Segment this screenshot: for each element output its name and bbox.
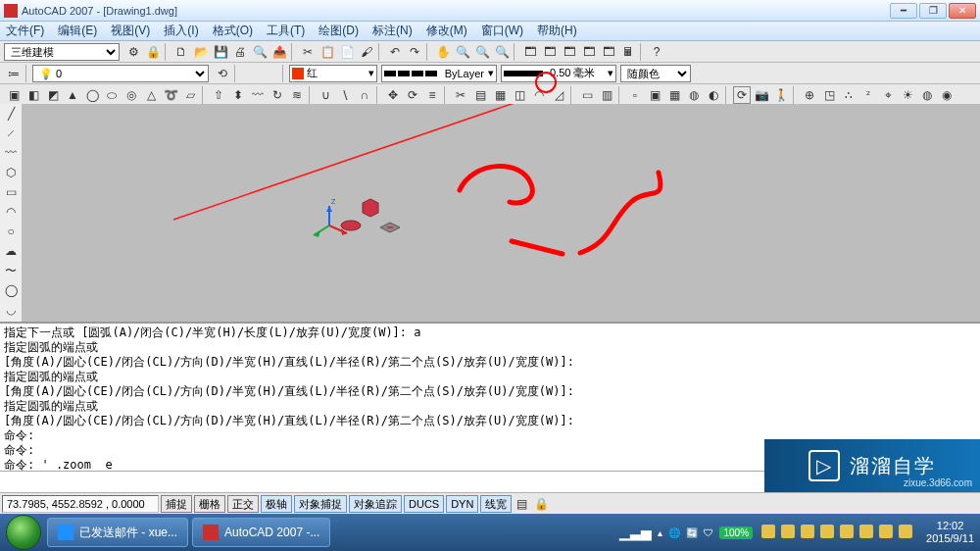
subtract-icon[interactable]: ∖ (336, 86, 354, 104)
polysolid-icon[interactable]: ▣ (5, 86, 23, 104)
sweep-icon[interactable]: 〰 (249, 86, 267, 104)
ucs-face-icon[interactable]: ◳ (820, 86, 838, 104)
render-icon[interactable]: ◉ (938, 86, 956, 104)
tray-shield-icon[interactable]: 🛡 (704, 527, 713, 538)
menu-modify[interactable]: 修改(M) (426, 23, 467, 39)
help-icon[interactable]: ? (648, 43, 665, 61)
workspace-combo[interactable]: 三维建模 (4, 43, 120, 61)
tray-zoom-badge[interactable]: 100% (719, 526, 753, 539)
plot-style-combo[interactable]: 随颜色 (620, 65, 691, 82)
menu-format[interactable]: 格式(O) (213, 23, 253, 39)
design-center-icon[interactable]: 🗔 (541, 43, 559, 61)
box-icon[interactable]: ◧ (24, 86, 42, 104)
copy-icon[interactable]: 📋 (318, 43, 336, 61)
arc-icon[interactable]: ◠ (1, 202, 21, 222)
line-icon[interactable]: ╱ (1, 104, 21, 124)
visual-style-3d-wire-icon[interactable]: ▣ (646, 86, 663, 104)
undo-icon[interactable]: ↶ (386, 43, 404, 61)
flatshot-icon[interactable]: ▭ (578, 86, 596, 104)
slice-icon[interactable]: ✂ (452, 86, 469, 104)
cut-icon[interactable]: ✂ (299, 43, 317, 61)
status-grid-button[interactable]: 栅格 (194, 495, 225, 513)
layer-combo[interactable]: 💡 0 (32, 65, 209, 82)
menu-window[interactable]: 窗口(W) (481, 23, 523, 39)
new-file-icon[interactable]: 🗋 (172, 43, 190, 61)
close-button[interactable]: ✕ (949, 3, 976, 19)
open-file-icon[interactable]: 📂 (192, 43, 210, 61)
menu-tools[interactable]: 工具(T) (267, 23, 305, 39)
visual-style-2d-icon[interactable]: ▫ (626, 86, 644, 104)
workspace-settings-icon[interactable]: ⚙ (124, 43, 142, 61)
3drotate-icon[interactable]: ⟳ (404, 86, 421, 104)
status-model-icon[interactable]: ▤ (513, 495, 530, 513)
system-tray[interactable]: ▁▃▅ ▴ 🌐 🔄 🛡 100% 12:02 2015/9/11 (616, 520, 980, 545)
redo-icon[interactable]: ↷ (406, 43, 423, 61)
workspace-lock-icon[interactable]: 🔒 (144, 43, 162, 61)
status-dyn-button[interactable]: DYN (446, 495, 478, 513)
light-icon[interactable]: ☀ (899, 86, 916, 104)
linetype-combo[interactable]: ByLayer ▾ (381, 65, 497, 82)
wedge-icon[interactable]: ◩ (44, 86, 62, 104)
properties-icon[interactable]: 🗔 (521, 43, 539, 61)
menu-draw[interactable]: 绘图(D) (318, 23, 359, 39)
section-icon[interactable]: ▤ (471, 86, 489, 104)
taskbar-item-mail[interactable]: 已发送邮件 - xue... (47, 518, 188, 547)
revolve-icon[interactable]: ↻ (269, 86, 286, 104)
spline-icon[interactable]: 〜 (1, 261, 21, 280)
imprint-icon[interactable]: ◫ (511, 86, 528, 104)
rectangle-icon[interactable]: ▭ (1, 182, 21, 202)
presspull-icon[interactable]: ⬍ (229, 86, 247, 104)
markup-icon[interactable]: 🗔 (600, 43, 617, 61)
publish-icon[interactable]: 📤 (270, 43, 288, 61)
construction-line-icon[interactable]: ⟋ (1, 124, 21, 143)
paste-icon[interactable]: 📄 (338, 43, 356, 61)
camera-icon[interactable]: 📷 (753, 86, 770, 104)
print-preview-icon[interactable]: 🔍 (251, 43, 269, 61)
maximize-button[interactable]: ❐ (919, 3, 947, 19)
walk-icon[interactable]: 🚶 (772, 86, 790, 104)
zoom-window-icon[interactable]: 🔍 (473, 43, 491, 61)
sphere-icon[interactable]: ◯ (83, 86, 101, 104)
zoom-realtime-icon[interactable]: 🔍 (454, 43, 471, 61)
status-coordinates[interactable]: 73.7985, 4552.8592 , 0.0000 (2, 495, 159, 513)
3dalign-icon[interactable]: ≡ (423, 86, 441, 104)
visual-style-real-icon[interactable]: ◍ (685, 86, 703, 104)
tool-palettes-icon[interactable]: 🗔 (561, 43, 578, 61)
thicken-icon[interactable]: ▦ (491, 86, 509, 104)
extrude-icon[interactable]: ⇧ (210, 86, 227, 104)
quickcalc-icon[interactable]: 🖩 (619, 43, 637, 61)
3dmove-icon[interactable]: ✥ (384, 86, 402, 104)
union-icon[interactable]: ∪ (317, 86, 334, 104)
status-ducs-button[interactable]: DUCS (404, 495, 444, 513)
status-osnap-button[interactable]: 对象捕捉 (294, 495, 347, 513)
ellipse-icon[interactable]: ◯ (1, 280, 21, 300)
planar-surface-icon[interactable]: ▱ (181, 86, 199, 104)
pyramid-icon[interactable]: △ (142, 86, 160, 104)
ucs-3point-icon[interactable]: ∴ (840, 86, 858, 104)
tray-expand-icon[interactable]: ▴ (658, 527, 662, 538)
color-combo[interactable]: 红 ▾ (289, 65, 377, 82)
status-otrack-button[interactable]: 对象追踪 (349, 495, 402, 513)
drawing-area[interactable]: z (22, 104, 980, 322)
dyn-ucs-icon[interactable]: ⌖ (879, 86, 897, 104)
tray-network-icon[interactable]: ▁▃▅ (619, 525, 652, 540)
minimize-button[interactable]: ━ (890, 3, 917, 19)
layer-props-icon[interactable]: ≔ (5, 65, 23, 82)
ucs-z-icon[interactable]: ᶻ (859, 86, 877, 104)
intersect-icon[interactable]: ∩ (356, 86, 373, 104)
print-icon[interactable]: 🖨 (231, 43, 249, 61)
polygon-icon[interactable]: ⬡ (1, 163, 21, 182)
save-icon[interactable]: 💾 (212, 43, 229, 61)
visual-style-hidden-icon[interactable]: ▦ (665, 86, 683, 104)
sheet-set-icon[interactable]: 🗔 (580, 43, 598, 61)
status-lock-icon[interactable]: 🔒 (532, 495, 550, 513)
status-polar-button[interactable]: 极轴 (261, 495, 292, 513)
status-lwt-button[interactable]: 线宽 (480, 495, 512, 513)
menu-help[interactable]: 帮助(H) (537, 23, 577, 39)
revision-cloud-icon[interactable]: ☁ (1, 241, 21, 261)
ucs-world-icon[interactable]: ⊕ (801, 86, 818, 104)
ellipse-arc-icon[interactable]: ◡ (1, 300, 21, 320)
menu-view[interactable]: 视图(V) (111, 23, 150, 39)
tray-misc-icons[interactable] (759, 525, 915, 540)
loft-icon[interactable]: ≋ (288, 86, 306, 104)
